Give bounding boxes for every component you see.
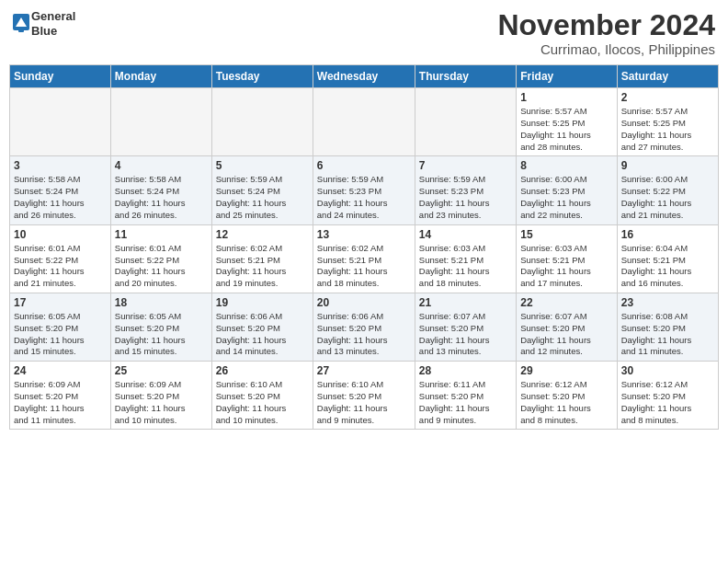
logo-icon	[13, 14, 29, 34]
day-number: 15	[520, 228, 612, 241]
day-number: 11	[115, 228, 208, 241]
calendar-cell: 16Sunrise: 6:04 AM Sunset: 5:21 PM Dayli…	[617, 224, 718, 293]
calendar-week-row: 24Sunrise: 6:09 AM Sunset: 5:20 PM Dayli…	[10, 362, 719, 430]
day-info: Sunrise: 6:02 AM Sunset: 5:21 PM Dayligh…	[216, 243, 309, 290]
day-info: Sunrise: 6:05 AM Sunset: 5:20 PM Dayligh…	[14, 311, 107, 358]
day-number: 19	[216, 296, 309, 309]
day-info: Sunrise: 6:12 AM Sunset: 5:20 PM Dayligh…	[520, 379, 612, 426]
page-header: General Blue November 2024 Currimao, Ilo…	[9, 9, 719, 57]
calendar-cell: 14Sunrise: 6:03 AM Sunset: 5:21 PM Dayli…	[415, 224, 516, 293]
day-info: Sunrise: 6:10 AM Sunset: 5:20 PM Dayligh…	[317, 379, 411, 426]
calendar-cell: 8Sunrise: 6:00 AM Sunset: 5:23 PM Daylig…	[517, 156, 617, 224]
day-number: 10	[14, 228, 107, 241]
day-info: Sunrise: 6:01 AM Sunset: 5:22 PM Dayligh…	[14, 243, 107, 290]
calendar-cell: 2Sunrise: 5:57 AM Sunset: 5:25 PM Daylig…	[617, 88, 718, 156]
day-info: Sunrise: 6:10 AM Sunset: 5:20 PM Dayligh…	[216, 379, 309, 426]
weekday-header: Monday	[110, 65, 211, 88]
day-number: 16	[621, 228, 714, 241]
calendar-cell: 3Sunrise: 5:58 AM Sunset: 5:24 PM Daylig…	[10, 156, 111, 224]
weekday-header: Thursday	[415, 65, 516, 88]
day-number: 25	[115, 364, 208, 377]
day-number: 4	[115, 159, 208, 172]
calendar-cell: 29Sunrise: 6:12 AM Sunset: 5:20 PM Dayli…	[517, 362, 617, 430]
day-info: Sunrise: 6:01 AM Sunset: 5:22 PM Dayligh…	[115, 243, 208, 290]
calendar-cell: 10Sunrise: 6:01 AM Sunset: 5:22 PM Dayli…	[10, 224, 111, 293]
day-info: Sunrise: 5:59 AM Sunset: 5:23 PM Dayligh…	[317, 174, 411, 221]
day-info: Sunrise: 5:58 AM Sunset: 5:24 PM Dayligh…	[14, 174, 107, 221]
day-number: 13	[317, 228, 411, 241]
weekday-header: Friday	[517, 65, 617, 88]
logo: General Blue	[13, 9, 75, 38]
calendar-header-row: SundayMondayTuesdayWednesdayThursdayFrid…	[10, 65, 719, 88]
day-info: Sunrise: 6:07 AM Sunset: 5:20 PM Dayligh…	[419, 311, 512, 358]
day-info: Sunrise: 6:09 AM Sunset: 5:20 PM Dayligh…	[115, 379, 208, 426]
day-info: Sunrise: 6:00 AM Sunset: 5:22 PM Dayligh…	[621, 174, 714, 221]
calendar-cell: 6Sunrise: 5:59 AM Sunset: 5:23 PM Daylig…	[313, 156, 415, 224]
calendar-cell	[110, 88, 211, 156]
weekday-header: Tuesday	[211, 65, 313, 88]
logo-line1: General	[31, 9, 75, 24]
calendar-cell	[10, 88, 111, 156]
day-number: 26	[216, 364, 309, 377]
day-info: Sunrise: 6:03 AM Sunset: 5:21 PM Dayligh…	[419, 243, 512, 290]
day-number: 9	[621, 159, 714, 172]
day-info: Sunrise: 6:09 AM Sunset: 5:20 PM Dayligh…	[14, 379, 107, 426]
day-number: 24	[14, 364, 107, 377]
calendar-week-row: 1Sunrise: 5:57 AM Sunset: 5:25 PM Daylig…	[10, 88, 719, 156]
day-info: Sunrise: 6:03 AM Sunset: 5:21 PM Dayligh…	[520, 243, 612, 290]
day-number: 5	[216, 159, 309, 172]
calendar-cell: 7Sunrise: 5:59 AM Sunset: 5:23 PM Daylig…	[415, 156, 516, 224]
location-title: Currimao, Ilocos, Philippines	[497, 41, 715, 57]
title-block: November 2024 Currimao, Ilocos, Philippi…	[497, 9, 715, 57]
day-info: Sunrise: 6:02 AM Sunset: 5:21 PM Dayligh…	[317, 243, 411, 290]
day-info: Sunrise: 5:57 AM Sunset: 5:25 PM Dayligh…	[520, 106, 612, 153]
day-number: 2	[621, 91, 714, 104]
day-number: 20	[317, 296, 411, 309]
day-number: 28	[419, 364, 512, 377]
calendar-cell	[415, 88, 516, 156]
calendar-cell: 13Sunrise: 6:02 AM Sunset: 5:21 PM Dayli…	[313, 224, 415, 293]
logo-line2: Blue	[31, 24, 75, 39]
calendar-cell: 1Sunrise: 5:57 AM Sunset: 5:25 PM Daylig…	[517, 88, 617, 156]
day-info: Sunrise: 6:08 AM Sunset: 5:20 PM Dayligh…	[621, 311, 714, 358]
calendar-cell	[313, 88, 415, 156]
day-number: 14	[419, 228, 512, 241]
day-number: 22	[520, 296, 612, 309]
day-info: Sunrise: 6:06 AM Sunset: 5:20 PM Dayligh…	[317, 311, 411, 358]
day-number: 18	[115, 296, 208, 309]
day-number: 23	[621, 296, 714, 309]
calendar-cell: 28Sunrise: 6:11 AM Sunset: 5:20 PM Dayli…	[415, 362, 516, 430]
day-number: 3	[14, 159, 107, 172]
day-info: Sunrise: 5:59 AM Sunset: 5:24 PM Dayligh…	[216, 174, 309, 221]
calendar-cell: 25Sunrise: 6:09 AM Sunset: 5:20 PM Dayli…	[110, 362, 211, 430]
calendar-week-row: 17Sunrise: 6:05 AM Sunset: 5:20 PM Dayli…	[10, 293, 719, 361]
day-number: 6	[317, 159, 411, 172]
calendar-week-row: 3Sunrise: 5:58 AM Sunset: 5:24 PM Daylig…	[10, 156, 719, 224]
calendar-cell: 22Sunrise: 6:07 AM Sunset: 5:20 PM Dayli…	[517, 293, 617, 361]
calendar-cell: 23Sunrise: 6:08 AM Sunset: 5:20 PM Dayli…	[617, 293, 718, 361]
calendar-cell: 4Sunrise: 5:58 AM Sunset: 5:24 PM Daylig…	[110, 156, 211, 224]
day-number: 12	[216, 228, 309, 241]
calendar-cell	[211, 88, 313, 156]
weekday-header: Saturday	[617, 65, 718, 88]
day-number: 27	[317, 364, 411, 377]
calendar-cell: 12Sunrise: 6:02 AM Sunset: 5:21 PM Dayli…	[211, 224, 313, 293]
day-number: 1	[520, 91, 612, 104]
day-info: Sunrise: 6:07 AM Sunset: 5:20 PM Dayligh…	[520, 311, 612, 358]
calendar-cell: 17Sunrise: 6:05 AM Sunset: 5:20 PM Dayli…	[10, 293, 111, 361]
calendar-week-row: 10Sunrise: 6:01 AM Sunset: 5:22 PM Dayli…	[10, 224, 719, 293]
day-info: Sunrise: 5:58 AM Sunset: 5:24 PM Dayligh…	[115, 174, 208, 221]
day-number: 17	[14, 296, 107, 309]
calendar-cell: 11Sunrise: 6:01 AM Sunset: 5:22 PM Dayli…	[110, 224, 211, 293]
month-title: November 2024	[497, 9, 715, 41]
day-info: Sunrise: 6:06 AM Sunset: 5:20 PM Dayligh…	[216, 311, 309, 358]
calendar-cell: 24Sunrise: 6:09 AM Sunset: 5:20 PM Dayli…	[10, 362, 111, 430]
day-info: Sunrise: 6:04 AM Sunset: 5:21 PM Dayligh…	[621, 243, 714, 290]
weekday-header: Wednesday	[313, 65, 415, 88]
svg-rect-2	[18, 29, 24, 32]
calendar-cell: 9Sunrise: 6:00 AM Sunset: 5:22 PM Daylig…	[617, 156, 718, 224]
day-info: Sunrise: 5:59 AM Sunset: 5:23 PM Dayligh…	[419, 174, 512, 221]
calendar-cell: 20Sunrise: 6:06 AM Sunset: 5:20 PM Dayli…	[313, 293, 415, 361]
calendar-cell: 27Sunrise: 6:10 AM Sunset: 5:20 PM Dayli…	[313, 362, 415, 430]
calendar-table: SundayMondayTuesdayWednesdayThursdayFrid…	[9, 64, 719, 430]
